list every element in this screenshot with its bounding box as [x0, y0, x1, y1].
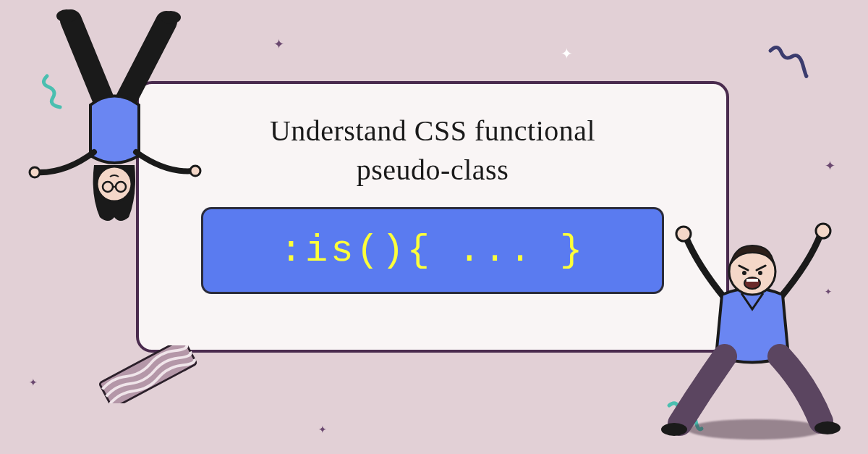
svg-point-3: [30, 167, 40, 177]
cheering-person-illustration: [658, 222, 846, 447]
svg-rect-0: [99, 345, 197, 403]
svg-point-2: [161, 11, 181, 24]
svg-rect-15: [746, 279, 758, 282]
svg-point-10: [816, 224, 830, 238]
sparkle-icon: ✦: [561, 45, 573, 62]
squiggle-icon: [767, 43, 810, 80]
svg-point-12: [742, 271, 746, 275]
code-box: :is(){ ... }: [201, 207, 664, 294]
svg-point-16: [661, 423, 687, 436]
title-line-2: pseudo-class: [357, 154, 509, 186]
sparkle-icon: ✦: [318, 424, 327, 436]
svg-point-1: [56, 9, 77, 22]
ribbon-icon: [94, 345, 203, 403]
svg-point-17: [814, 421, 841, 434]
sparkle-icon: ✦: [29, 377, 38, 389]
svg-point-13: [758, 271, 762, 275]
sparkle-icon: ✦: [273, 36, 284, 52]
card-title: Understand CSS functional pseudo-class: [168, 112, 697, 190]
content-card: Understand CSS functional pseudo-class :…: [136, 81, 729, 353]
sparkle-icon: ✦: [825, 158, 835, 174]
title-line-1: Understand CSS functional: [270, 114, 595, 147]
code-text: :is(){ ... }: [280, 230, 585, 272]
svg-point-9: [676, 227, 691, 241]
svg-point-5: [97, 167, 132, 201]
svg-point-4: [190, 166, 200, 176]
handstand-person-illustration: [22, 7, 203, 239]
